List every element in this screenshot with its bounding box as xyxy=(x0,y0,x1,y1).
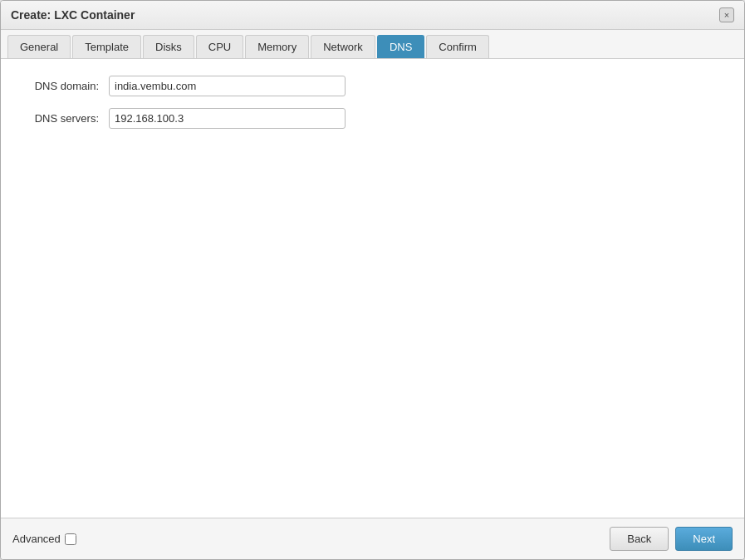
advanced-label: Advanced xyxy=(12,533,61,545)
tab-confirm[interactable]: Confirm xyxy=(426,35,489,58)
dns-domain-label: DNS domain: xyxy=(17,80,109,92)
dns-servers-label: DNS servers: xyxy=(17,112,109,125)
dns-domain-row: DNS domain: xyxy=(17,76,728,96)
footer: Advanced Back Next xyxy=(1,518,744,559)
tab-cpu[interactable]: CPU xyxy=(196,35,243,58)
tab-disks[interactable]: Disks xyxy=(143,35,194,58)
close-icon: × xyxy=(724,10,729,20)
tab-general[interactable]: General xyxy=(7,35,71,58)
back-button[interactable]: Back xyxy=(610,527,669,551)
title-bar: Create: LXC Container × xyxy=(1,1,744,30)
tab-network[interactable]: Network xyxy=(311,35,375,58)
next-button[interactable]: Next xyxy=(675,527,733,551)
tab-memory[interactable]: Memory xyxy=(245,35,309,58)
tab-dns[interactable]: DNS xyxy=(377,35,424,58)
tab-bar: General Template Disks CPU Memory Networ… xyxy=(1,30,744,59)
dns-servers-row: DNS servers: xyxy=(17,108,728,129)
create-lxc-container-dialog: Create: LXC Container × General Template… xyxy=(0,0,745,560)
dialog-title: Create: LXC Container xyxy=(11,8,135,22)
dns-domain-input[interactable] xyxy=(109,76,346,96)
advanced-container: Advanced xyxy=(12,533,76,545)
advanced-checkbox[interactable] xyxy=(65,533,76,545)
close-button[interactable]: × xyxy=(719,7,734,22)
dns-servers-input[interactable] xyxy=(109,108,346,129)
tab-template[interactable]: Template xyxy=(72,35,141,58)
content-area: DNS domain: DNS servers: xyxy=(1,59,744,518)
